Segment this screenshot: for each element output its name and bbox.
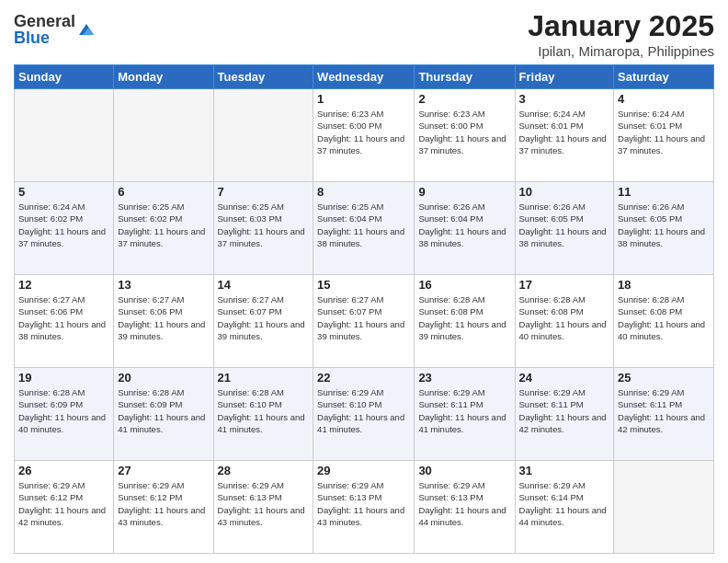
logo-icon: [77, 20, 96, 39]
day-number: 19: [18, 371, 109, 385]
day-info: Sunrise: 6:29 AM Sunset: 6:10 PM Dayligh…: [317, 386, 410, 435]
calendar-cell: 13Sunrise: 6:27 AM Sunset: 6:06 PM Dayli…: [114, 275, 213, 368]
day-info: Sunrise: 6:29 AM Sunset: 6:14 PM Dayligh…: [519, 479, 610, 528]
day-number: 18: [618, 278, 710, 292]
day-number: 4: [618, 92, 710, 106]
calendar-header-monday: Monday: [114, 65, 213, 89]
calendar-cell: 29Sunrise: 6:29 AM Sunset: 6:13 PM Dayli…: [313, 461, 415, 554]
calendar-cell: 31Sunrise: 6:29 AM Sunset: 6:14 PM Dayli…: [515, 461, 614, 554]
calendar-week-row: 26Sunrise: 6:29 AM Sunset: 6:12 PM Dayli…: [15, 461, 714, 554]
day-info: Sunrise: 6:29 AM Sunset: 6:11 PM Dayligh…: [519, 386, 610, 435]
calendar-cell: 24Sunrise: 6:29 AM Sunset: 6:11 PM Dayli…: [515, 368, 614, 461]
day-info: Sunrise: 6:28 AM Sunset: 6:08 PM Dayligh…: [519, 293, 610, 342]
calendar-cell: [114, 89, 213, 182]
day-number: 6: [118, 185, 209, 199]
day-number: 11: [618, 185, 710, 199]
calendar-cell: 7Sunrise: 6:25 AM Sunset: 6:03 PM Daylig…: [213, 182, 313, 275]
day-info: Sunrise: 6:26 AM Sunset: 6:05 PM Dayligh…: [519, 201, 610, 249]
calendar-cell: [213, 89, 313, 182]
calendar-header-row: SundayMondayTuesdayWednesdayThursdayFrid…: [15, 65, 714, 89]
day-number: 2: [418, 92, 510, 106]
day-info: Sunrise: 6:27 AM Sunset: 6:06 PM Dayligh…: [18, 293, 109, 342]
calendar-cell: 11Sunrise: 6:26 AM Sunset: 6:05 PM Dayli…: [614, 182, 714, 275]
calendar-header-saturday: Saturday: [614, 65, 714, 89]
day-number: 10: [519, 185, 610, 199]
calendar-cell: 26Sunrise: 6:29 AM Sunset: 6:12 PM Dayli…: [15, 461, 114, 554]
day-info: Sunrise: 6:28 AM Sunset: 6:09 PM Dayligh…: [18, 386, 109, 435]
day-info: Sunrise: 6:24 AM Sunset: 6:01 PM Dayligh…: [618, 108, 710, 156]
calendar-cell: 6Sunrise: 6:25 AM Sunset: 6:02 PM Daylig…: [114, 182, 213, 275]
calendar-cell: 14Sunrise: 6:27 AM Sunset: 6:07 PM Dayli…: [213, 275, 313, 368]
day-number: 17: [519, 278, 610, 292]
calendar-week-row: 19Sunrise: 6:28 AM Sunset: 6:09 PM Dayli…: [15, 368, 714, 461]
day-number: 28: [218, 464, 310, 477]
day-info: Sunrise: 6:23 AM Sunset: 6:00 PM Dayligh…: [418, 108, 510, 156]
day-number: 25: [618, 371, 710, 385]
day-info: Sunrise: 6:29 AM Sunset: 6:12 PM Dayligh…: [118, 479, 209, 528]
day-info: Sunrise: 6:28 AM Sunset: 6:08 PM Dayligh…: [418, 293, 510, 342]
day-number: 21: [218, 371, 310, 385]
calendar-cell: 19Sunrise: 6:28 AM Sunset: 6:09 PM Dayli…: [15, 368, 114, 461]
calendar-header-friday: Friday: [515, 65, 614, 89]
header: General Blue January 2025 Ipilan, Mimaro…: [14, 9, 714, 59]
day-info: Sunrise: 6:24 AM Sunset: 6:02 PM Dayligh…: [18, 201, 109, 249]
day-info: Sunrise: 6:27 AM Sunset: 6:07 PM Dayligh…: [218, 293, 310, 342]
calendar-cell: 22Sunrise: 6:29 AM Sunset: 6:10 PM Dayli…: [313, 368, 415, 461]
day-number: 23: [418, 371, 510, 385]
calendar-cell: 5Sunrise: 6:24 AM Sunset: 6:02 PM Daylig…: [15, 182, 114, 275]
calendar-cell: 8Sunrise: 6:25 AM Sunset: 6:04 PM Daylig…: [313, 182, 415, 275]
calendar-cell: 28Sunrise: 6:29 AM Sunset: 6:13 PM Dayli…: [213, 461, 313, 554]
day-info: Sunrise: 6:29 AM Sunset: 6:13 PM Dayligh…: [418, 479, 510, 528]
day-info: Sunrise: 6:24 AM Sunset: 6:01 PM Dayligh…: [519, 108, 610, 156]
calendar-cell: 23Sunrise: 6:29 AM Sunset: 6:11 PM Dayli…: [415, 368, 515, 461]
day-number: 24: [519, 371, 610, 385]
day-info: Sunrise: 6:26 AM Sunset: 6:04 PM Dayligh…: [418, 201, 510, 249]
calendar-cell: 10Sunrise: 6:26 AM Sunset: 6:05 PM Dayli…: [515, 182, 614, 275]
day-number: 30: [418, 464, 510, 477]
calendar-cell: [15, 89, 114, 182]
calendar-cell: 16Sunrise: 6:28 AM Sunset: 6:08 PM Dayli…: [415, 275, 515, 368]
day-number: 26: [18, 464, 109, 477]
calendar-cell: 21Sunrise: 6:28 AM Sunset: 6:10 PM Dayli…: [213, 368, 313, 461]
calendar-cell: 2Sunrise: 6:23 AM Sunset: 6:00 PM Daylig…: [415, 89, 515, 182]
calendar-header-tuesday: Tuesday: [213, 65, 313, 89]
logo-text: General Blue: [14, 13, 75, 46]
day-info: Sunrise: 6:28 AM Sunset: 6:09 PM Dayligh…: [118, 386, 209, 435]
calendar-cell: 20Sunrise: 6:28 AM Sunset: 6:09 PM Dayli…: [114, 368, 213, 461]
day-info: Sunrise: 6:27 AM Sunset: 6:06 PM Dayligh…: [118, 293, 209, 342]
calendar-cell: 15Sunrise: 6:27 AM Sunset: 6:07 PM Dayli…: [313, 275, 415, 368]
calendar-week-row: 12Sunrise: 6:27 AM Sunset: 6:06 PM Dayli…: [15, 275, 714, 368]
calendar-cell: 3Sunrise: 6:24 AM Sunset: 6:01 PM Daylig…: [515, 89, 614, 182]
day-number: 1: [317, 92, 410, 106]
calendar-cell: 30Sunrise: 6:29 AM Sunset: 6:13 PM Dayli…: [415, 461, 515, 554]
day-number: 9: [418, 185, 510, 199]
day-info: Sunrise: 6:28 AM Sunset: 6:10 PM Dayligh…: [218, 386, 310, 435]
calendar-cell: 17Sunrise: 6:28 AM Sunset: 6:08 PM Dayli…: [515, 275, 614, 368]
calendar-cell: 12Sunrise: 6:27 AM Sunset: 6:06 PM Dayli…: [15, 275, 114, 368]
day-number: 5: [18, 185, 109, 199]
day-number: 8: [317, 185, 410, 199]
day-number: 31: [519, 464, 610, 477]
day-info: Sunrise: 6:29 AM Sunset: 6:12 PM Dayligh…: [18, 479, 109, 528]
logo-blue: Blue: [14, 29, 75, 46]
logo: General Blue: [14, 13, 96, 46]
day-info: Sunrise: 6:23 AM Sunset: 6:00 PM Dayligh…: [317, 108, 410, 156]
title-month: January 2025: [528, 9, 714, 43]
day-number: 15: [317, 278, 410, 292]
day-number: 3: [519, 92, 610, 106]
calendar-header-thursday: Thursday: [415, 65, 515, 89]
day-info: Sunrise: 6:29 AM Sunset: 6:11 PM Dayligh…: [618, 386, 710, 435]
calendar-cell: 18Sunrise: 6:28 AM Sunset: 6:08 PM Dayli…: [614, 275, 714, 368]
day-info: Sunrise: 6:25 AM Sunset: 6:04 PM Dayligh…: [317, 201, 410, 249]
day-info: Sunrise: 6:29 AM Sunset: 6:13 PM Dayligh…: [317, 479, 410, 528]
calendar-header-wednesday: Wednesday: [313, 65, 415, 89]
calendar-cell: 25Sunrise: 6:29 AM Sunset: 6:11 PM Dayli…: [614, 368, 714, 461]
calendar-cell: 4Sunrise: 6:24 AM Sunset: 6:01 PM Daylig…: [614, 89, 714, 182]
day-number: 7: [218, 185, 310, 199]
day-info: Sunrise: 6:29 AM Sunset: 6:11 PM Dayligh…: [418, 386, 510, 435]
day-number: 22: [317, 371, 410, 385]
day-number: 14: [218, 278, 310, 292]
calendar-cell: [614, 461, 714, 554]
calendar-cell: 1Sunrise: 6:23 AM Sunset: 6:00 PM Daylig…: [313, 89, 415, 182]
day-number: 29: [317, 464, 410, 477]
